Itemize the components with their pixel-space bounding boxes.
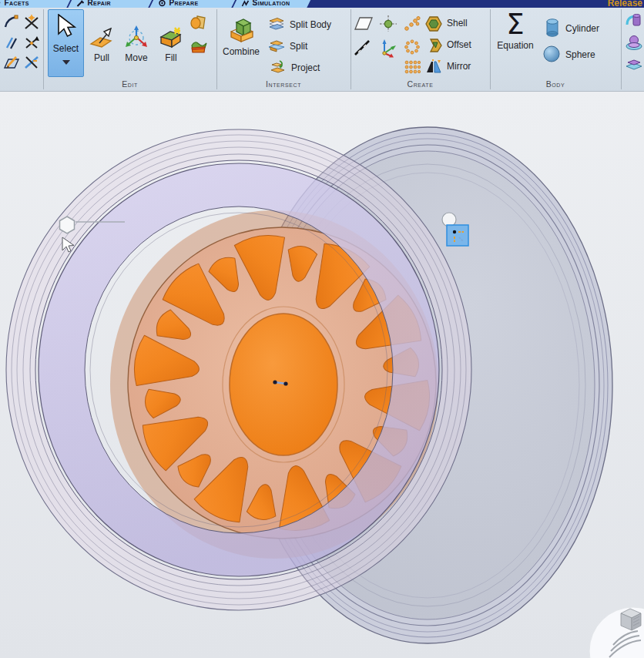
cross-spark-icon: [23, 14, 40, 31]
shell-label: Shell: [447, 18, 468, 29]
select-label: Select: [53, 43, 79, 54]
cross-arrows-icon: [23, 34, 40, 51]
sphere-label: Sphere: [565, 49, 595, 60]
replace-button[interactable]: [190, 14, 208, 32]
select-dropdown-arrow[interactable]: [62, 60, 70, 65]
split-label: Split: [290, 41, 307, 52]
point-button[interactable]: [379, 15, 397, 33]
pull-label: Pull: [94, 52, 109, 63]
offset-button-icon[interactable]: [425, 37, 442, 54]
offset-label: Offset: [447, 39, 471, 50]
hub-face[interactable]: [230, 314, 337, 455]
mirror-button-icon[interactable]: [425, 59, 442, 75]
shell-button[interactable]: Shell: [447, 18, 468, 29]
offset-icon: [425, 37, 442, 54]
axes-button[interactable]: [379, 38, 397, 58]
group-divider: [490, 9, 491, 89]
double-edge-icon: [3, 34, 20, 51]
intersect-group-label: Intersect: [216, 79, 351, 89]
equation-sigma-icon: Σ: [506, 11, 524, 39]
sketch-pen-icon: [3, 54, 22, 71]
revolve-tool-button[interactable]: [625, 12, 643, 31]
project-button[interactable]: Project: [270, 59, 320, 75]
blend-icon: [190, 14, 208, 32]
shell-button-icon[interactable]: [425, 15, 442, 32]
tab-simulation[interactable]: Simulation: [233, 0, 316, 8]
plane-icon: [353, 15, 374, 32]
point-selection-box[interactable]: [447, 225, 468, 246]
tab-label: Repair: [87, 0, 111, 7]
emboss-icon: [190, 37, 208, 55]
split-icon: [268, 38, 285, 53]
repair-icon: [76, 0, 84, 7]
sphere-button[interactable]: Sphere: [542, 45, 595, 63]
fix-vertex-button[interactable]: [23, 34, 40, 51]
fix-intersection-button[interactable]: [23, 14, 40, 31]
titlebar: Facets Repair Prepare Simulation Release: [0, 0, 644, 8]
line-icon: [353, 38, 371, 58]
revolve-icon: [625, 12, 643, 31]
curve-fit-icon: [3, 14, 20, 31]
hexagon-vertex-handle[interactable]: [60, 217, 75, 233]
body-group-label: Body: [490, 79, 621, 89]
split-body-button[interactable]: Split Body: [268, 16, 331, 31]
dots-grid-icon: [404, 59, 421, 75]
create-group-label: Create: [351, 79, 490, 89]
split-body-icon: [268, 16, 285, 31]
offset-button[interactable]: Offset: [447, 39, 471, 50]
fix-curve-button[interactable]: [3, 14, 20, 31]
fill-label: Fill: [165, 52, 176, 63]
project-icon: [270, 59, 287, 75]
pull-button[interactable]: Pull: [85, 25, 119, 63]
ribbon: Select Pull Move Fill: [0, 8, 644, 92]
split-button[interactable]: Split: [268, 38, 307, 53]
point-ring-button[interactable]: [404, 39, 421, 55]
dots-diagonal-icon: [404, 16, 421, 32]
sketch-plane-button[interactable]: [3, 54, 22, 71]
boss-tool-button[interactable]: [625, 34, 643, 52]
move-icon: [123, 25, 149, 51]
project-label: Project: [291, 62, 320, 73]
point-grid-button[interactable]: [404, 59, 421, 75]
boss-icon: [625, 34, 643, 52]
cylinder-button[interactable]: Cylinder: [544, 17, 599, 39]
cylinder-icon: [544, 17, 561, 39]
model-viewport[interactable]: [0, 92, 644, 658]
fill-button[interactable]: Fill: [156, 25, 186, 63]
pull-icon: [89, 25, 115, 51]
group-divider: [351, 9, 351, 89]
fix-split-button[interactable]: [23, 54, 40, 71]
group-divider: [43, 9, 44, 89]
select-button[interactable]: Select: [48, 9, 84, 77]
tab-repair[interactable]: Repair: [68, 0, 157, 8]
group-divider: [621, 9, 622, 89]
fill-icon: [158, 25, 184, 51]
release-label: Release: [608, 0, 642, 8]
tab-label: Simulation: [252, 0, 290, 7]
equation-label: Equation: [497, 40, 533, 51]
fix-edges-button[interactable]: [3, 34, 20, 51]
equation-button[interactable]: Σ Equation: [495, 11, 536, 51]
blue-cross-icon: [23, 54, 40, 71]
line-button[interactable]: [353, 38, 371, 58]
prepare-icon: [158, 0, 166, 7]
move-button[interactable]: Move: [119, 25, 154, 63]
mirror-button[interactable]: Mirror: [447, 61, 471, 72]
point-icon: [379, 15, 397, 33]
combine-label: Combine: [223, 46, 260, 57]
pad-tool-button[interactable]: [625, 55, 643, 74]
point-series-button[interactable]: [404, 16, 421, 32]
plane-button[interactable]: [353, 15, 374, 32]
combine-icon: [226, 15, 256, 45]
tab-facets[interactable]: Facets: [0, 0, 75, 8]
dots-circle-icon: [404, 39, 421, 55]
move-label: Move: [125, 52, 147, 63]
combine-button[interactable]: Combine: [220, 15, 262, 57]
facets-icon: [0, 0, 1, 7]
tab-label: Facets: [4, 0, 29, 7]
mirror-icon: [425, 59, 442, 75]
emboss-button[interactable]: [190, 37, 208, 55]
tab-prepare[interactable]: Prepare: [149, 0, 240, 8]
shell-icon: [425, 15, 442, 32]
pad-icon: [625, 55, 643, 74]
